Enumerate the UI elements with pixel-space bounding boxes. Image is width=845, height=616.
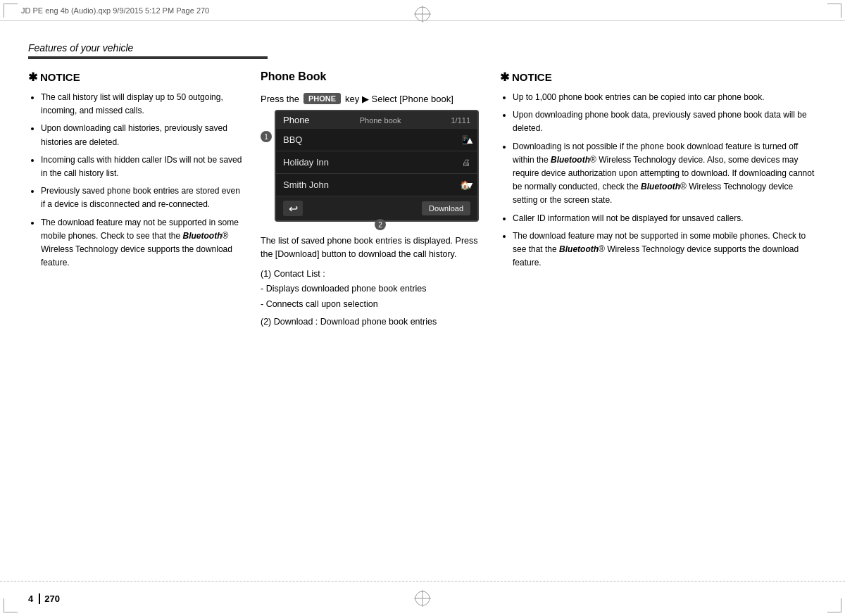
row-label: BBQ xyxy=(283,134,302,145)
section-header: Features of your vehicle xyxy=(28,42,817,59)
phone-ui-subtitle: Phone book xyxy=(360,116,401,125)
left-notice-star: ✱ xyxy=(28,70,37,84)
phone-ui: Phone Phone book 1/111 ▲ BBQ 📱 Holiday I… xyxy=(275,110,479,222)
phone-row-holiday: Holiday Inn 🖨 xyxy=(276,151,477,174)
circle-label-2: 2 xyxy=(375,219,386,230)
header-text: JD PE eng 4b (Audio).qxp 9/9/2015 5:12 P… xyxy=(21,6,209,15)
right-notice-star: ✱ xyxy=(500,70,509,84)
list-item: Up to 1,000 phone book entries can be co… xyxy=(513,91,817,104)
list-item: Downloading is not possible if the phone… xyxy=(513,140,817,208)
list-item: The download feature may not be supporte… xyxy=(513,230,817,270)
phone-rows: ▲ BBQ 📱 Holiday Inn 🖨 Smith John 🏠 ▼ xyxy=(276,129,477,196)
right-notice-header: ✱ NOTICE xyxy=(500,70,817,84)
list-item: Caller ID information will not be displa… xyxy=(513,212,817,225)
list-item: Upon downloading call histories, previou… xyxy=(41,122,246,149)
phonebook-desc: The list of saved phone book entries is … xyxy=(261,234,486,262)
press-line: Press the PHONE key ▶ Select [Phone book… xyxy=(261,93,486,104)
section-title: Features of your vehicle xyxy=(28,42,817,54)
back-button: ↩ xyxy=(283,201,303,216)
phone-ui-title: Phone xyxy=(283,115,310,125)
contact-item-1: - Displays downloaded phone book entries xyxy=(261,282,486,296)
press-text: Press the xyxy=(261,94,299,104)
list-item: Previously saved phone book entries are … xyxy=(41,184,246,211)
left-notice-title: NOTICE xyxy=(40,71,80,83)
scroll-up-arrow: ▲ xyxy=(465,134,475,146)
phone-ui-title-bar: Phone Phone book 1/111 xyxy=(276,111,477,129)
reg-mark-top xyxy=(414,6,431,23)
contact-list-section: (1) Contact List : - Displays downloaded… xyxy=(261,269,486,311)
right-notice-column: ✱ NOTICE Up to 1,000 phone book entries … xyxy=(500,70,817,574)
row-icon-fax: 🖨 xyxy=(462,158,470,168)
key-rest: key ▶ Select [Phone book] xyxy=(345,94,453,104)
right-notice-list: Up to 1,000 phone book entries can be co… xyxy=(500,91,817,270)
scroll-down-arrow: ▼ xyxy=(465,180,475,191)
circle-label-1: 1 xyxy=(261,131,272,142)
phone-row-smith: Smith John 🏠 xyxy=(276,174,477,196)
left-notice-list: The call history list will display up to… xyxy=(28,91,246,270)
download-button: Download xyxy=(422,201,470,215)
footer-page-number: 270 xyxy=(44,593,60,604)
phone-row-bbq: BBQ 📱 xyxy=(276,129,477,151)
list-item: Incoming calls with hidden caller IDs wi… xyxy=(41,153,246,180)
list-item: Upon downloading phone book data, previo… xyxy=(513,108,817,135)
download-note: (2) Download : Download phone book entri… xyxy=(261,317,486,327)
reg-mark-bottom xyxy=(414,590,431,609)
section-header-bar xyxy=(28,56,268,59)
list-item: The call history list will display up to… xyxy=(41,91,246,118)
content-area: ✱ NOTICE The call history list will disp… xyxy=(28,70,817,574)
contact-item-2: - Connects call upon selection xyxy=(261,297,486,311)
right-notice-title: NOTICE xyxy=(512,71,552,83)
contact-list-label: (1) Contact List : xyxy=(261,269,486,279)
row-label: Smith John xyxy=(283,180,329,190)
row-label: Holiday Inn xyxy=(283,157,329,168)
phone-ui-count: 1/111 xyxy=(451,116,470,125)
phone-key-badge: PHONE xyxy=(303,93,341,104)
phonebook-column: Phone Book Press the PHONE key ▶ Select … xyxy=(261,70,486,574)
left-notice-column: ✱ NOTICE The call history list will disp… xyxy=(28,70,246,574)
phone-ui-bottom-bar: ↩ Download xyxy=(276,196,477,220)
phonebook-title: Phone Book xyxy=(261,70,486,83)
list-item: The download feature may not be supporte… xyxy=(41,216,246,270)
left-notice-header: ✱ NOTICE xyxy=(28,70,246,84)
footer-chapter: 4 xyxy=(28,593,40,604)
